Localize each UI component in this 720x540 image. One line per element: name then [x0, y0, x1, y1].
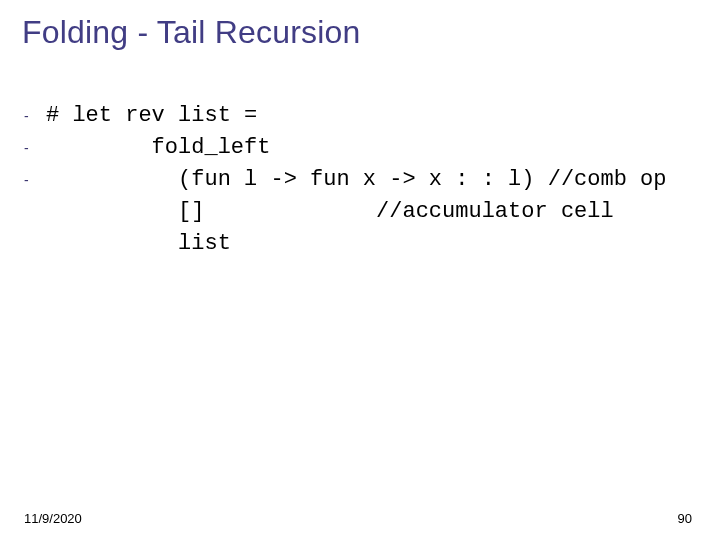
code-line: - # let rev list = — [24, 100, 700, 132]
code-block: - # let rev list = - fold_left - (fun l … — [24, 100, 700, 259]
code-text: fold_left — [46, 132, 270, 164]
code-text: [] //accumulator cell — [46, 196, 614, 228]
footer-date: 11/9/2020 — [24, 511, 82, 526]
code-text: (fun l -> fun x -> x : : l) //comb op — [46, 164, 667, 196]
bullet-dash: - — [24, 106, 46, 126]
code-line: - (fun l -> fun x -> x : : l) //comb op — [24, 164, 700, 196]
bullet-dash: - — [24, 138, 46, 158]
code-text: list — [46, 228, 231, 260]
bullet-dash: - — [24, 170, 46, 190]
code-text: # let rev list = — [46, 100, 257, 132]
code-line: list — [24, 228, 700, 260]
code-line: - fold_left — [24, 132, 700, 164]
code-line: [] //accumulator cell — [24, 196, 700, 228]
footer-page-number: 90 — [678, 511, 692, 526]
slide: Folding - Tail Recursion - # let rev lis… — [0, 0, 720, 540]
slide-title: Folding - Tail Recursion — [22, 14, 361, 51]
